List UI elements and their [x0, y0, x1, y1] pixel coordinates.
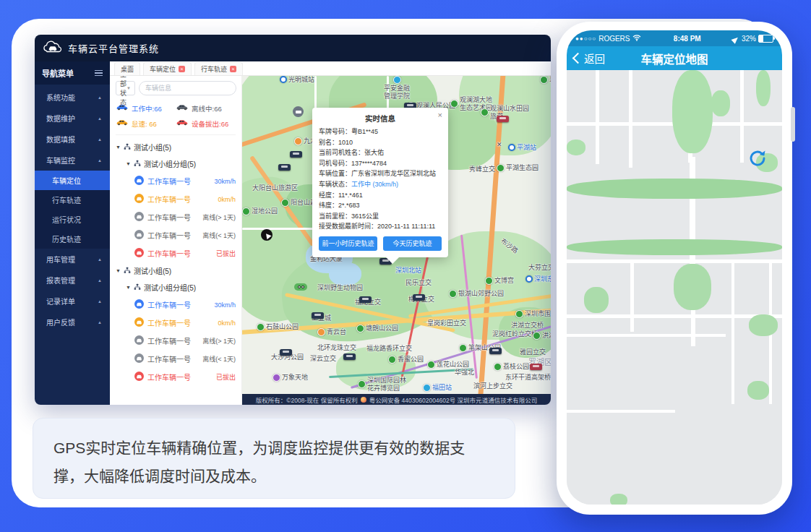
vehicle-cluster-marker[interactable] [359, 296, 372, 303]
map-label: 深云立交 [310, 355, 336, 363]
legend-label: 设备拔出:66 [192, 119, 228, 129]
close-icon[interactable]: × [438, 111, 442, 119]
vehicle-row[interactable]: 工作车辆一号0km/h [116, 190, 236, 208]
tree-group[interactable]: ▼测试小组(5) [116, 262, 236, 279]
sidebar-item-系统功能[interactable]: 系统功能▲ [35, 87, 110, 108]
tree-subgroup[interactable]: ▼测试小组分组(5) [116, 155, 236, 172]
sidebar-item-记录详单[interactable]: 记录详单▲ [35, 291, 110, 312]
vehicle-cluster-marker[interactable] [278, 164, 291, 171]
sidebar-item-数据维护[interactable]: 数据维护▲ [35, 108, 110, 129]
vehicle-cluster-marker[interactable] [343, 353, 356, 360]
vehicle-row[interactable]: 工作车辆一号离线(< 1天) [116, 226, 236, 244]
popup-row: 当前司机姓名：张大佑 [319, 147, 442, 158]
map-label-text: 平湖生态园 [506, 164, 538, 172]
map-label-text: 青云台 [327, 328, 346, 336]
bluepoi-poi-icon [423, 384, 431, 392]
sidebar-subitem-历史轨迹[interactable]: 历史轨迹 [35, 229, 110, 249]
vehicle-cluster-marker[interactable] [497, 116, 509, 122]
orange-poi-icon [294, 137, 302, 145]
vehicle-cluster-marker[interactable] [280, 349, 292, 356]
popup-rows: 车牌号码：粤B1**45别名：1010当前司机姓名：张大佑司机号码：137***… [319, 126, 442, 232]
plate-stripe [362, 298, 369, 300]
map-label-text: 石鼓山公园 [266, 323, 299, 331]
vehicle-row[interactable]: 工作车辆一号离线(> 1天) [116, 208, 236, 226]
legend-item[interactable]: 设备拔出:66 [176, 116, 236, 131]
legend-item[interactable]: 工作中:66 [116, 100, 176, 116]
dot [301, 286, 304, 288]
back-button[interactable]: 返回 [574, 51, 605, 66]
water-area [329, 262, 361, 286]
vehicle-cluster-marker[interactable] [413, 294, 425, 301]
street [567, 314, 782, 318]
tree-subgroup[interactable]: ▼测试小组分组(5) [116, 279, 236, 296]
green-poi-icon [459, 344, 467, 352]
history-track-button[interactable]: 前一小时历史轨迹 [319, 236, 377, 251]
tab-label: 桌面 [121, 64, 134, 74]
phone-map[interactable] [567, 70, 782, 505]
vehicle-status-icon [134, 335, 144, 346]
vehicle-cluster-marker[interactable] [290, 151, 302, 158]
car-icon [116, 119, 129, 127]
vehicle-row[interactable]: 工作车辆一号离线(< 1天) [116, 350, 236, 368]
vehicle-row[interactable]: 工作车辆一号离线(> 1天) [116, 332, 236, 350]
menu-collapse-icon[interactable] [95, 70, 103, 77]
tab-close-icon[interactable]: × [179, 66, 185, 72]
status-filter-dropdown[interactable]: 全部状态▼ [116, 81, 135, 95]
map-label-text: 莲花山公园 [437, 361, 469, 369]
purple-poi-icon [273, 374, 280, 382]
map-label: 青云台 [317, 328, 346, 336]
tab-close-icon[interactable]: × [230, 66, 236, 72]
sidebar-item-用户反馈[interactable]: 用户反馈▲ [35, 312, 110, 332]
vehicle-row[interactable]: 工作车辆一号0km/h [116, 314, 236, 332]
zoo-marker[interactable] [294, 283, 307, 291]
vehicle-cluster-marker[interactable] [489, 348, 502, 354]
vehicle-row[interactable]: 工作车辆一号30km/h [116, 296, 236, 314]
refresh-icon[interactable] [747, 150, 768, 170]
map-label: 福田站 [423, 384, 452, 392]
tab-车辆定位[interactable]: 车辆定位× [143, 62, 192, 75]
car-glyph [296, 111, 301, 113]
vehicle-row[interactable]: 工作车辆一号已拔出 [116, 368, 236, 386]
legend-item[interactable]: 离线中:66 [176, 100, 236, 116]
green-poi-icon [494, 363, 502, 371]
sidebar-item-车辆监控[interactable]: 车辆监控▲ [35, 150, 110, 171]
phone-status-bar: ●●○○○ ROGERS 8:48 PM 32% [567, 30, 782, 46]
car-poi-icon[interactable] [293, 106, 304, 117]
tree-group[interactable]: ▼测试小组(5) [116, 139, 236, 155]
map-label-text: 平安金融 管理学院 [384, 85, 410, 100]
vehicle-row[interactable]: 工作车辆一号已拔出 [116, 244, 236, 262]
group-label: 测试小组(5) [134, 265, 171, 276]
sidebar-subitem-车辆定位[interactable]: 车辆定位 [35, 171, 110, 190]
locate-control-icon[interactable] [261, 229, 273, 241]
sidebar-item-用车管理[interactable]: 用车管理▲ [35, 249, 110, 270]
map-label-text: 大阳台山旅游区 [252, 184, 298, 192]
map-label-text: 万象天地 [282, 374, 308, 382]
app-title: 车辆云平台管理系统 [68, 41, 159, 55]
park-area [567, 239, 782, 255]
vehicle-cluster-marker[interactable] [312, 312, 324, 319]
vehicle-search-input[interactable] [139, 81, 236, 95]
map-label-text: 华强北 [455, 369, 474, 377]
vehicle-cluster-marker[interactable] [530, 364, 542, 370]
green-poi-icon [358, 380, 366, 388]
vehicle-row[interactable]: 工作车辆一号30km/h [116, 172, 236, 190]
legend-item[interactable]: 怠速: 66 [116, 116, 176, 131]
desktop-map[interactable]: 实时信息 × 车牌号码：粤B1**45别名：1010当前司机姓名：张大佑司机号码… [242, 76, 551, 405]
phone-mockup: ●●○○○ ROGERS 8:48 PM 32% 车辆定位地图 返回 [557, 22, 792, 515]
popup-row-value: 137****4784 [351, 160, 387, 167]
tab-桌面[interactable]: 桌面 [114, 62, 140, 75]
sidebar-subitem-运行状况[interactable]: 运行状况 [35, 210, 110, 229]
sidebar-item-报表管理[interactable]: 报表管理▲ [35, 270, 110, 291]
map-label: 平湖站 [508, 144, 536, 152]
vehicle-status-icon [134, 353, 144, 364]
metro-poi-icon [280, 76, 287, 83]
phone-side-button [791, 107, 795, 142]
history-track-button[interactable]: 今天历史轨迹 [383, 236, 442, 251]
sidebar-item-数据填报[interactable]: 数据填报▲ [35, 129, 110, 150]
vehicle-name: 工作车辆一号 [147, 248, 191, 259]
tab-行车轨迹[interactable]: 行车轨迹× [194, 62, 243, 75]
wifi-icon [632, 34, 641, 43]
park-area [584, 287, 609, 313]
park-area [610, 494, 627, 505]
sidebar-subitem-行车轨迹[interactable]: 行车轨迹 [35, 190, 110, 210]
